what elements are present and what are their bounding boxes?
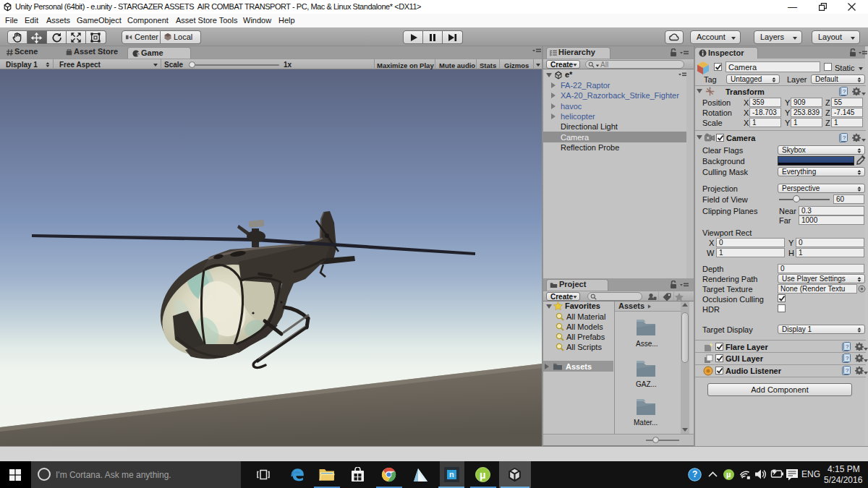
svg-text:?: ? <box>846 343 849 350</box>
svg-text:?: ? <box>843 88 846 95</box>
svg-text:?: ? <box>846 355 849 361</box>
svg-text:?: ? <box>843 134 846 141</box>
svg-text:?: ? <box>692 469 697 479</box>
svg-text:?: ? <box>846 367 849 374</box>
